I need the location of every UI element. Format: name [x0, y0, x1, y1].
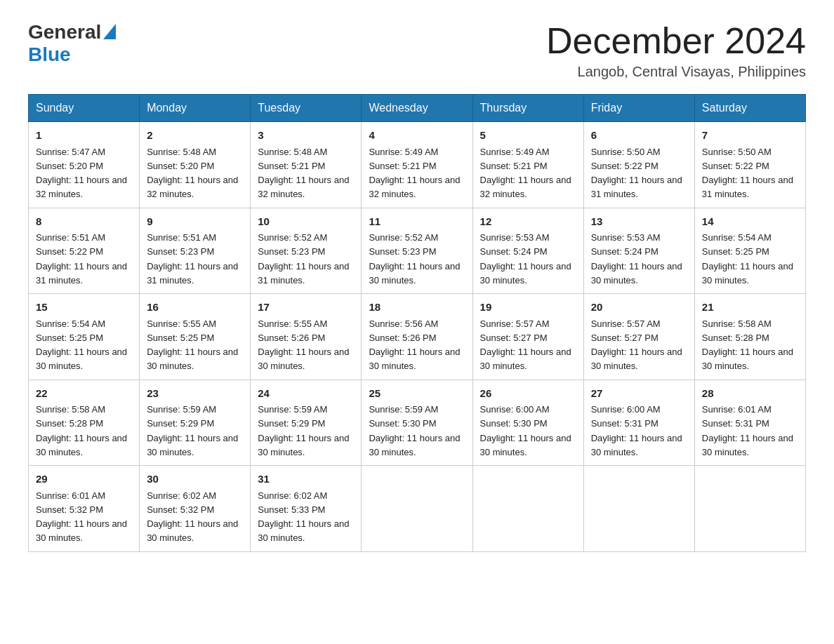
logo: General Blue: [28, 21, 116, 66]
day-info: Sunrise: 6:00 AMSunset: 5:31 PMDaylight:…: [591, 404, 682, 457]
calendar-cell: 25 Sunrise: 5:59 AMSunset: 5:30 PMDaylig…: [362, 380, 472, 466]
calendar-week-row: 8 Sunrise: 5:51 AMSunset: 5:22 PMDayligh…: [29, 208, 806, 294]
calendar-cell: 26 Sunrise: 6:00 AMSunset: 5:30 PMDaylig…: [472, 380, 583, 466]
day-number: 4: [369, 128, 465, 144]
calendar-header-sunday: Sunday: [29, 95, 140, 122]
day-number: 28: [702, 386, 798, 402]
day-number: 12: [480, 214, 576, 230]
location-title: Langob, Central Visayas, Philippines: [546, 64, 806, 80]
day-number: 31: [258, 471, 354, 488]
day-number: 11: [369, 214, 465, 230]
month-title: December 2024: [546, 21, 806, 61]
calendar-cell: 6 Sunrise: 5:50 AMSunset: 5:22 PMDayligh…: [583, 122, 694, 208]
day-info: Sunrise: 5:59 AMSunset: 5:29 PMDaylight:…: [258, 404, 349, 457]
calendar-cell: 5 Sunrise: 5:49 AMSunset: 5:21 PMDayligh…: [472, 122, 583, 208]
calendar-cell: 23 Sunrise: 5:59 AMSunset: 5:29 PMDaylig…: [140, 380, 251, 466]
calendar-cell: 13 Sunrise: 5:53 AMSunset: 5:24 PMDaylig…: [583, 208, 694, 294]
logo-general-text: General: [28, 21, 101, 43]
day-info: Sunrise: 6:01 AMSunset: 5:32 PMDaylight:…: [36, 490, 127, 544]
day-number: 10: [258, 214, 354, 230]
day-number: 17: [258, 300, 354, 316]
calendar-cell: 1 Sunrise: 5:47 AMSunset: 5:20 PMDayligh…: [29, 122, 140, 208]
day-info: Sunrise: 5:53 AMSunset: 5:24 PMDaylight:…: [480, 232, 571, 286]
day-info: Sunrise: 5:50 AMSunset: 5:22 PMDaylight:…: [702, 147, 793, 200]
calendar-cell: 16 Sunrise: 5:55 AMSunset: 5:25 PMDaylig…: [140, 294, 251, 380]
calendar-header-friday: Friday: [583, 95, 694, 122]
day-info: Sunrise: 5:59 AMSunset: 5:29 PMDaylight:…: [147, 404, 238, 457]
day-info: Sunrise: 5:50 AMSunset: 5:22 PMDaylight:…: [591, 147, 682, 200]
day-info: Sunrise: 5:52 AMSunset: 5:23 PMDaylight:…: [369, 232, 460, 286]
day-number: 8: [36, 214, 132, 230]
day-info: Sunrise: 5:54 AMSunset: 5:25 PMDaylight:…: [36, 318, 127, 372]
calendar-cell: 27 Sunrise: 6:00 AMSunset: 5:31 PMDaylig…: [583, 380, 694, 466]
calendar-cell: 3 Sunrise: 5:48 AMSunset: 5:21 PMDayligh…: [251, 122, 362, 208]
day-info: Sunrise: 5:57 AMSunset: 5:27 PMDaylight:…: [591, 318, 682, 372]
calendar-cell: 21 Sunrise: 5:58 AMSunset: 5:28 PMDaylig…: [694, 294, 805, 380]
calendar-header-saturday: Saturday: [694, 95, 805, 122]
day-info: Sunrise: 5:53 AMSunset: 5:24 PMDaylight:…: [591, 232, 682, 286]
calendar-cell: [362, 466, 472, 552]
day-number: 9: [147, 214, 243, 230]
calendar-cell: 2 Sunrise: 5:48 AMSunset: 5:20 PMDayligh…: [140, 122, 251, 208]
day-info: Sunrise: 5:58 AMSunset: 5:28 PMDaylight:…: [702, 318, 793, 372]
calendar-cell: 22 Sunrise: 5:58 AMSunset: 5:28 PMDaylig…: [29, 380, 140, 466]
calendar-cell: 17 Sunrise: 5:55 AMSunset: 5:26 PMDaylig…: [251, 294, 362, 380]
calendar-week-row: 1 Sunrise: 5:47 AMSunset: 5:20 PMDayligh…: [29, 122, 806, 208]
day-number: 6: [591, 128, 687, 144]
calendar-cell: 7 Sunrise: 5:50 AMSunset: 5:22 PMDayligh…: [694, 122, 805, 208]
day-info: Sunrise: 5:51 AMSunset: 5:22 PMDaylight:…: [36, 232, 127, 286]
day-info: Sunrise: 6:02 AMSunset: 5:33 PMDaylight:…: [258, 490, 349, 544]
calendar-table: SundayMondayTuesdayWednesdayThursdayFrid…: [28, 94, 806, 552]
day-number: 19: [480, 300, 576, 316]
calendar-cell: 11 Sunrise: 5:52 AMSunset: 5:23 PMDaylig…: [362, 208, 472, 294]
calendar-cell: 8 Sunrise: 5:51 AMSunset: 5:22 PMDayligh…: [29, 208, 140, 294]
day-info: Sunrise: 5:56 AMSunset: 5:26 PMDaylight:…: [369, 318, 460, 372]
calendar-cell: 30 Sunrise: 6:02 AMSunset: 5:32 PMDaylig…: [140, 466, 251, 552]
calendar-cell: 15 Sunrise: 5:54 AMSunset: 5:25 PMDaylig…: [29, 294, 140, 380]
day-number: 3: [258, 128, 354, 144]
logo-blue-text: Blue: [28, 43, 71, 66]
calendar-cell: 14 Sunrise: 5:54 AMSunset: 5:25 PMDaylig…: [694, 208, 805, 294]
day-number: 21: [702, 300, 798, 316]
day-info: Sunrise: 5:55 AMSunset: 5:26 PMDaylight:…: [258, 318, 349, 372]
day-info: Sunrise: 5:47 AMSunset: 5:20 PMDaylight:…: [36, 147, 127, 200]
day-number: 23: [147, 386, 243, 402]
day-info: Sunrise: 5:55 AMSunset: 5:25 PMDaylight:…: [147, 318, 238, 372]
day-number: 16: [147, 300, 243, 316]
calendar-header-wednesday: Wednesday: [362, 95, 472, 122]
day-number: 2: [147, 128, 243, 144]
day-info: Sunrise: 6:00 AMSunset: 5:30 PMDaylight:…: [480, 404, 571, 457]
day-info: Sunrise: 5:48 AMSunset: 5:20 PMDaylight:…: [147, 147, 238, 200]
calendar-cell: 12 Sunrise: 5:53 AMSunset: 5:24 PMDaylig…: [472, 208, 583, 294]
calendar-cell: 4 Sunrise: 5:49 AMSunset: 5:21 PMDayligh…: [362, 122, 472, 208]
day-info: Sunrise: 5:58 AMSunset: 5:28 PMDaylight:…: [36, 404, 127, 457]
day-number: 1: [36, 128, 132, 144]
day-number: 20: [591, 300, 687, 316]
calendar-cell: 28 Sunrise: 6:01 AMSunset: 5:31 PMDaylig…: [694, 380, 805, 466]
calendar-cell: [583, 466, 694, 552]
day-number: 5: [480, 128, 576, 144]
calendar-cell: 20 Sunrise: 5:57 AMSunset: 5:27 PMDaylig…: [583, 294, 694, 380]
calendar-cell: [472, 466, 583, 552]
calendar-cell: 31 Sunrise: 6:02 AMSunset: 5:33 PMDaylig…: [251, 466, 362, 552]
calendar-cell: [694, 466, 805, 552]
day-number: 22: [36, 386, 132, 402]
day-info: Sunrise: 5:54 AMSunset: 5:25 PMDaylight:…: [702, 232, 793, 286]
day-number: 26: [480, 386, 576, 402]
calendar-week-row: 22 Sunrise: 5:58 AMSunset: 5:28 PMDaylig…: [29, 380, 806, 466]
day-info: Sunrise: 5:57 AMSunset: 5:27 PMDaylight:…: [480, 318, 571, 372]
day-info: Sunrise: 6:02 AMSunset: 5:32 PMDaylight:…: [147, 490, 238, 544]
day-number: 14: [702, 214, 798, 230]
calendar-cell: 19 Sunrise: 5:57 AMSunset: 5:27 PMDaylig…: [472, 294, 583, 380]
calendar-header-thursday: Thursday: [472, 95, 583, 122]
day-number: 13: [591, 214, 687, 230]
day-info: Sunrise: 5:51 AMSunset: 5:23 PMDaylight:…: [147, 232, 238, 286]
day-info: Sunrise: 5:52 AMSunset: 5:23 PMDaylight:…: [258, 232, 349, 286]
calendar-cell: 9 Sunrise: 5:51 AMSunset: 5:23 PMDayligh…: [140, 208, 251, 294]
calendar-cell: 18 Sunrise: 5:56 AMSunset: 5:26 PMDaylig…: [362, 294, 472, 380]
header-right: December 2024 Langob, Central Visayas, P…: [546, 21, 806, 80]
day-number: 7: [702, 128, 798, 144]
calendar-cell: 10 Sunrise: 5:52 AMSunset: 5:23 PMDaylig…: [251, 208, 362, 294]
calendar-cell: 29 Sunrise: 6:01 AMSunset: 5:32 PMDaylig…: [29, 466, 140, 552]
calendar-header-row: SundayMondayTuesdayWednesdayThursdayFrid…: [29, 95, 806, 122]
